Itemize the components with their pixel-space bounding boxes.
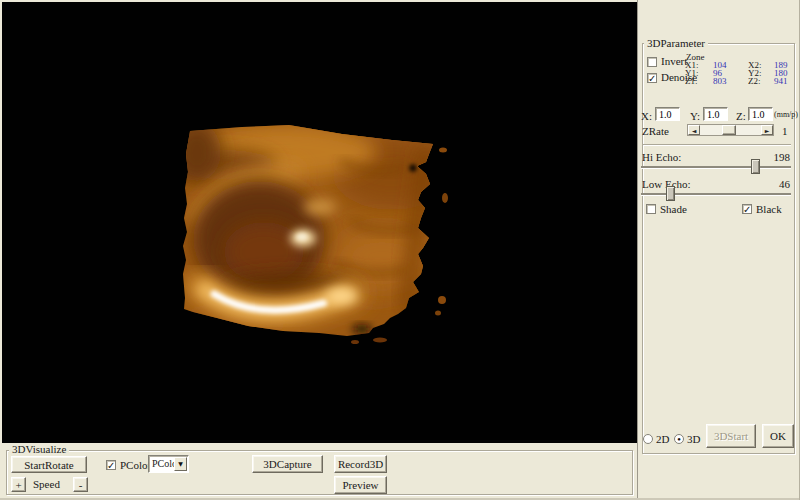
shade-label: Shade (660, 203, 687, 215)
visualize-groupbox-title: 3DVisualize (9, 443, 69, 455)
parameter-groupbox (642, 43, 795, 454)
scale-z-label: Z: (736, 110, 746, 122)
zone-z1-value: 803 (713, 77, 748, 85)
mode-2d-label: 2D (656, 433, 669, 445)
invert-label: Invert (661, 55, 687, 67)
app-window: 3DVisualize StartRotate + Speed - ✓ PCol… (0, 0, 800, 500)
scale-y-label: Y: (690, 110, 700, 122)
scale-x-input[interactable] (655, 107, 680, 121)
render-viewport[interactable] (2, 2, 637, 443)
scale-x-label: X: (641, 110, 652, 122)
zrate-left-arrow-icon[interactable]: ◄ (688, 125, 700, 135)
preview-button[interactable]: Preview (334, 476, 387, 494)
parameter-groupbox-title: 3DParameter (644, 37, 708, 49)
mode-3d-radio[interactable]: ● (674, 434, 684, 444)
start-rotate-button[interactable]: StartRotate (11, 456, 87, 473)
zrate-label: ZRate (642, 125, 669, 137)
dropdown-arrow-icon[interactable]: ▼ (174, 457, 187, 471)
zone-values: X1: 104 X2: 189 Y1: 96 Y2: 180 Z1: 803 Z… (685, 61, 800, 85)
pcolor-checkbox[interactable]: ✓ (106, 460, 116, 470)
pcolor-checkbox-label: PColor (120, 459, 151, 471)
zrate-value: 1 (782, 125, 788, 137)
shade-checkbox[interactable] (646, 204, 656, 214)
zone-z1-label: Z1: (685, 77, 713, 85)
low-echo-slider-track[interactable] (641, 193, 791, 195)
denoise-checkbox[interactable]: ✓ (647, 73, 657, 83)
separator (643, 144, 791, 146)
speed-label: Speed (33, 478, 60, 490)
ultrasound-render[interactable] (2, 2, 637, 443)
low-echo-slider-thumb[interactable] (666, 186, 675, 201)
zone-z2-label: Z2: (748, 77, 774, 85)
scale-z-input[interactable] (748, 107, 773, 121)
scale-unit-label: (mm/p) (774, 110, 798, 119)
mode-2d-radio[interactable] (643, 434, 653, 444)
low-echo-value: 46 (756, 178, 790, 190)
zrate-scrollbar-thumb[interactable] (722, 125, 736, 135)
parameter-panel: 3DParameter Invert ✓ Denoise Zone X1: 10… (637, 0, 800, 500)
ok-button[interactable]: OK (762, 424, 794, 448)
record-3d-button[interactable]: Record3D (334, 455, 387, 473)
mode-3d-label: 3D (687, 433, 700, 445)
speed-plus-button[interactable]: + (11, 477, 26, 492)
zrate-right-arrow-icon[interactable]: ► (761, 125, 773, 135)
start-3d-button[interactable]: 3DStart (706, 424, 756, 448)
hi-echo-value: 198 (756, 151, 790, 163)
black-label: Black (756, 203, 782, 215)
speed-minus-button[interactable]: - (73, 477, 88, 492)
hi-echo-slider-track[interactable] (641, 166, 791, 168)
pcolor-dropdown[interactable]: PColor ▼ (148, 455, 189, 473)
scale-y-input[interactable] (703, 107, 728, 121)
hi-echo-slider-thumb[interactable] (751, 159, 760, 174)
black-checkbox[interactable]: ✓ (742, 204, 752, 214)
invert-checkbox[interactable] (647, 57, 657, 67)
capture-3d-button[interactable]: 3DCapture (252, 455, 323, 473)
zone-z2-value: 941 (774, 77, 800, 85)
zrate-scrollbar[interactable]: ◄ ► (687, 124, 774, 136)
hi-echo-label: Hi Echo: (642, 151, 681, 163)
